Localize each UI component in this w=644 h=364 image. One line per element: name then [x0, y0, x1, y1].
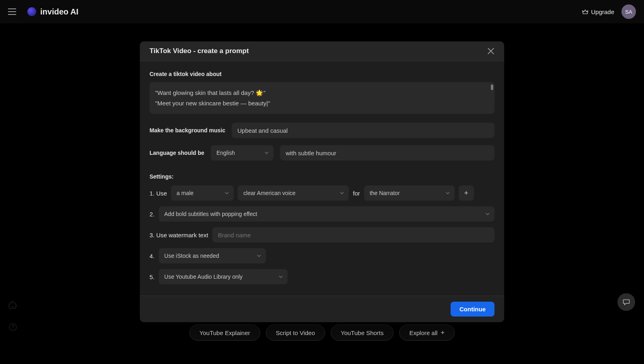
- modal-header: TikTok Video - create a prompt: [140, 41, 504, 61]
- prompt-section-label: Create a tiktok video about: [150, 71, 495, 77]
- brand-logo-icon: [27, 7, 36, 16]
- plus-icon: +: [441, 329, 444, 336]
- select-value: the Narrator: [369, 190, 400, 196]
- for-label: for: [353, 190, 360, 197]
- menu-icon[interactable]: [8, 7, 18, 16]
- chevron-down-icon: [446, 191, 450, 195]
- prompt-modal: TikTok Video - create a prompt Create a …: [140, 41, 504, 322]
- chevron-down-icon: [279, 275, 283, 279]
- modal-body: Create a tiktok video about Make the bac…: [140, 61, 504, 296]
- chip-youtube-explainer[interactable]: YouTube Explainer: [190, 325, 260, 341]
- avatar-initials: SA: [625, 9, 632, 15]
- voice-role-select[interactable]: the Narrator: [364, 185, 454, 201]
- setting-row-4: 4. Use iStock as needed: [150, 248, 495, 263]
- language-select[interactable]: English: [211, 145, 274, 160]
- voice-gender-select[interactable]: a male: [171, 185, 234, 201]
- setting-4-num: 4.: [150, 253, 155, 259]
- setting-5-num: 5.: [150, 274, 155, 280]
- chat-bubble-button[interactable]: [617, 293, 635, 311]
- chevron-down-icon: [225, 191, 229, 195]
- add-voice-button[interactable]: +: [458, 185, 474, 201]
- setting-row-3: 3. Use watermark text: [150, 227, 495, 243]
- select-value: Add bold subtitles with popping effect: [164, 211, 257, 217]
- modal-footer: Continue: [140, 296, 504, 322]
- setting-row-5: 5. Use Youtube Audio Library only: [150, 269, 495, 284]
- upgrade-button[interactable]: Upgrade: [582, 8, 614, 15]
- close-icon[interactable]: [487, 47, 495, 55]
- prompt-textarea[interactable]: [150, 82, 495, 114]
- settings-label: Settings:: [150, 173, 495, 180]
- chip-label: Explore all: [409, 329, 438, 336]
- chevron-down-icon: [257, 254, 261, 258]
- modal-title: TikTok Video - create a prompt: [150, 47, 249, 55]
- watermark-input[interactable]: [212, 227, 494, 243]
- scrollbar-thumb[interactable]: [491, 84, 493, 90]
- plus-icon: +: [464, 189, 469, 197]
- select-value: a male: [177, 190, 194, 196]
- setting-1-label: 1. Use: [150, 190, 167, 197]
- audio-library-select[interactable]: Use Youtube Audio Library only: [159, 269, 287, 284]
- select-value: clear American voice: [244, 190, 295, 196]
- select-value: Use Youtube Audio Library only: [164, 274, 243, 280]
- chat-icon: [622, 298, 630, 306]
- crown-icon: [582, 9, 588, 14]
- upgrade-label: Upgrade: [591, 8, 614, 15]
- setting-row-2: 2. Add bold subtitles with popping effec…: [150, 206, 495, 222]
- language-select-value: English: [217, 150, 235, 156]
- chip-label: YouTube Explainer: [200, 329, 250, 336]
- chip-script-to-video[interactable]: Script to Video: [266, 325, 325, 341]
- chip-label: Script to Video: [276, 329, 315, 336]
- chip-label: YouTube Shorts: [341, 329, 384, 336]
- subtitles-select[interactable]: Add bold subtitles with popping effect: [159, 206, 494, 222]
- chip-youtube-shorts[interactable]: YouTube Shorts: [331, 325, 394, 341]
- template-chips: YouTube Explainer Script to Video YouTub…: [190, 325, 455, 341]
- chevron-down-icon: [340, 191, 344, 195]
- bg-music-input[interactable]: [232, 123, 495, 138]
- setting-row-1: 1. Use a male clear American voice for t…: [150, 185, 495, 201]
- avatar[interactable]: SA: [621, 4, 636, 19]
- chip-explore-all[interactable]: Explore all +: [399, 325, 454, 341]
- chevron-down-icon: [486, 212, 490, 216]
- language-label: Language should be: [150, 150, 204, 156]
- brand-text: invideo AI: [40, 7, 78, 16]
- app-header: invideo AI Upgrade SA: [0, 0, 644, 23]
- voice-type-select[interactable]: clear American voice: [238, 185, 349, 201]
- setting-2-num: 2.: [150, 211, 155, 218]
- language-tone-input[interactable]: [280, 145, 495, 160]
- stock-select[interactable]: Use iStock as needed: [159, 248, 266, 263]
- select-value: Use iStock as needed: [164, 253, 219, 259]
- setting-3-label: 3. Use watermark text: [150, 232, 208, 239]
- chevron-down-icon: [265, 151, 269, 155]
- brand[interactable]: invideo AI: [27, 7, 78, 16]
- continue-button[interactable]: Continue: [451, 302, 495, 317]
- bg-music-label: Make the background music: [150, 127, 225, 134]
